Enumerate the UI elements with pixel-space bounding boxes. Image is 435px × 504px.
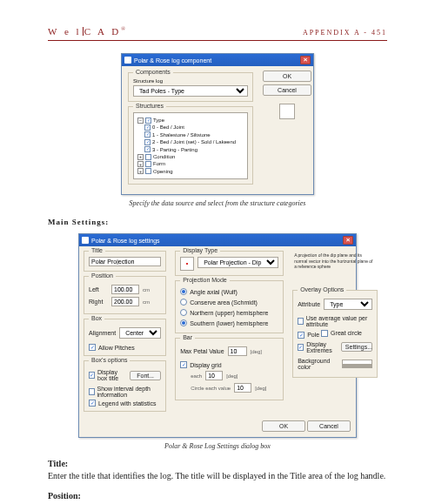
close-icon[interactable]: ×: [343, 236, 353, 245]
tree-checkbox[interactable]: ✓: [145, 118, 151, 124]
left-units: cm: [143, 287, 150, 292]
display-grid-label: Display grid: [190, 362, 222, 368]
display-extremes-label: Display Extremes: [306, 341, 338, 353]
tree-item-label: 2 - Bed / Joint (set) - Sold / Lakeend: [152, 138, 236, 145]
ok-button[interactable]: OK: [262, 420, 305, 432]
structure-log-label: Structure log: [133, 78, 248, 84]
dialog2-titlebar: Polar & Rose log settings ×: [79, 234, 356, 246]
tree-item-label: 3 - Parting - Parting: [152, 146, 197, 153]
tree-item-label: Condition: [153, 153, 175, 160]
expand-icon[interactable]: +: [137, 168, 144, 174]
close-icon[interactable]: ×: [300, 56, 311, 64]
proj-southern-radio[interactable]: [180, 319, 187, 326]
attribute-label: Attribute: [298, 301, 320, 307]
grid-each-input[interactable]: [205, 371, 223, 380]
preview-thumbnail: [279, 104, 295, 119]
title-input[interactable]: [89, 257, 161, 266]
group-box-options-label: Box's options: [89, 357, 130, 363]
grid-each-units: [deg]: [226, 373, 238, 379]
attribute-select[interactable]: Type: [324, 299, 372, 310]
dialog2-title: Polar & Rose log settings: [91, 238, 160, 244]
title-paragraph: Enter the title that identifies the log.…: [48, 470, 387, 482]
cancel-button[interactable]: Cancel: [307, 420, 351, 432]
tree-item-label: Opening: [153, 168, 173, 175]
display-box-title-checkbox[interactable]: ✓: [89, 372, 95, 379]
circle-each-input[interactable]: [234, 383, 251, 393]
font-button[interactable]: Font...: [130, 371, 161, 380]
position-heading: Position:: [48, 491, 387, 501]
alignment-label: Alignment: [89, 330, 116, 336]
expand-icon[interactable]: +: [137, 161, 144, 167]
tree-checkbox[interactable]: [145, 168, 151, 174]
tree-checkbox[interactable]: [145, 154, 151, 160]
polar-rose-component-dialog: Polar & Rose log component × Components …: [121, 53, 314, 195]
use-average-label: Use average value per attribute: [306, 315, 372, 327]
group-overlay-label: Overlay Options: [298, 286, 346, 292]
great-circle-checkbox[interactable]: [321, 330, 328, 337]
figure2-caption: Polar & Rose Log Settings dialog box: [48, 442, 387, 450]
figure1-caption: Specify the data source and select from …: [48, 199, 387, 207]
display-grid-checkbox[interactable]: ✓: [180, 361, 187, 368]
allow-pitches-checkbox[interactable]: ✓: [89, 344, 96, 351]
brand-logo: W e lC A D®: [48, 26, 128, 37]
structures-tree[interactable]: −✓Type ✓0 - Bed / Joint ✓1 - Shalestone …: [133, 112, 248, 179]
expand-icon[interactable]: −: [137, 118, 144, 124]
bg-color-label: Background color: [298, 358, 338, 370]
legend-stats-checkbox[interactable]: ✓: [89, 400, 96, 407]
group-components-label: Components: [133, 69, 173, 75]
proj-conserve-radio[interactable]: [180, 299, 187, 306]
group-structures-label: Structures: [133, 103, 166, 109]
show-interval-checkbox[interactable]: [89, 388, 95, 395]
display-type-thumb: [180, 257, 194, 271]
group-box-label: Box: [89, 315, 104, 321]
tree-checkbox[interactable]: ✓: [144, 131, 151, 138]
tree-checkbox[interactable]: ✓: [144, 124, 151, 131]
proj-southern-label: Southern (lower) hemisphere: [190, 320, 268, 326]
polar-rose-settings-dialog: Polar & Rose log settings × Title Positi…: [78, 233, 357, 438]
display-extremes-checkbox[interactable]: ✓: [298, 344, 304, 351]
dialog-icon: [82, 237, 89, 244]
dialog1-title: Polar & Rose log component: [134, 57, 211, 64]
tree-item-label: Type: [153, 117, 164, 124]
ok-button[interactable]: OK: [263, 71, 311, 82]
title-heading: Title:: [48, 459, 387, 468]
bg-color-swatch[interactable]: [342, 360, 372, 368]
group-display-type-label: Display Type: [180, 247, 220, 253]
group-position-label: Position: [89, 272, 116, 279]
settings-button[interactable]: Settings...: [341, 342, 372, 352]
proj-conserve-label: Conserve area (Schmidt): [190, 299, 258, 306]
pole-checkbox[interactable]: ✓: [298, 332, 304, 339]
main-settings-heading: Main Settings:: [48, 218, 387, 226]
proj-angle-label: Angle axial (Wulf): [190, 289, 238, 295]
alignment-select[interactable]: Center: [119, 327, 161, 339]
max-petal-label: Max Petal Value: [180, 348, 224, 354]
group-projection-label: Projection Mode: [180, 277, 230, 283]
legend-stats-label: Legend with statistics: [98, 400, 157, 407]
right-input[interactable]: [111, 297, 139, 306]
cancel-button[interactable]: Cancel: [263, 84, 311, 96]
max-petal-input[interactable]: [228, 346, 247, 356]
display-type-description: A projection of the dip plane and its no…: [292, 251, 378, 272]
tree-checkbox[interactable]: [145, 161, 151, 167]
proj-northern-radio[interactable]: [180, 309, 187, 316]
left-input[interactable]: [111, 285, 139, 294]
circle-each-units: [deg]: [255, 386, 266, 391]
structure-log-select[interactable]: Tad Poles - Type: [133, 85, 248, 97]
tree-item-label: 1 - Shalestone / Siltstone: [152, 131, 211, 138]
grid-each-label: each: [191, 373, 202, 379]
display-type-select[interactable]: Polar Projection - Dip: [197, 257, 278, 268]
proj-northern-label: Northern (upper) hemisphere: [190, 310, 268, 316]
tree-item-label: 0 - Bed / Joint: [152, 124, 184, 131]
use-average-checkbox[interactable]: [298, 318, 304, 325]
expand-icon[interactable]: +: [137, 154, 144, 160]
allow-pitches-label: Allow Pitches: [98, 345, 135, 351]
great-circle-label: Great circle: [331, 330, 362, 336]
dialog-icon: [124, 57, 131, 64]
proj-angle-radio[interactable]: [180, 288, 187, 295]
dialog1-titlebar: Polar & Rose log component ×: [122, 54, 313, 66]
tree-checkbox[interactable]: ✓: [144, 139, 151, 145]
right-units: cm: [143, 299, 150, 305]
tree-checkbox[interactable]: ✓: [144, 146, 151, 152]
display-box-title-label: Display box title: [97, 369, 126, 381]
show-interval-label: Show interval depth information: [97, 386, 162, 398]
